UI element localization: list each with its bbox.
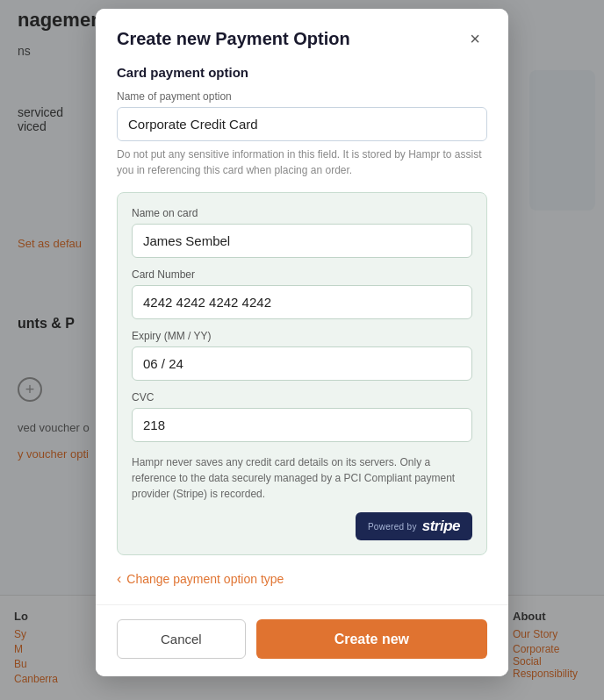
cancel-button[interactable]: Cancel [117, 619, 246, 659]
card-section: Name on card Card Number Expiry (MM / YY… [117, 192, 487, 555]
modal-footer: Cancel Create new [96, 604, 508, 676]
create-payment-modal: Create new Payment Option × Card payment… [96, 9, 508, 676]
change-payment-type-link[interactable]: ‹ Change payment option type [117, 571, 487, 587]
stripe-badge: Powered by stripe [132, 512, 472, 540]
change-payment-label: Change payment option type [126, 572, 284, 586]
name-on-card-field: Name on card [132, 207, 472, 258]
modal-title: Create new Payment Option [117, 29, 350, 49]
cvc-field: CVC [132, 391, 472, 442]
cvc-label: CVC [132, 391, 472, 404]
card-number-input[interactable] [132, 285, 472, 319]
cvc-input[interactable] [132, 408, 472, 442]
expiry-label: Expiry (MM / YY) [132, 330, 472, 342]
modal-close-button[interactable]: × [463, 26, 487, 51]
name-on-card-input[interactable] [132, 224, 472, 258]
name-of-option-input[interactable] [117, 107, 487, 141]
card-payment-section-label: Card payment option [117, 65, 487, 80]
create-button[interactable]: Create new [256, 619, 487, 659]
card-number-field: Card Number [132, 268, 472, 319]
stripe-powered-label: Powered by [368, 522, 417, 532]
expiry-field: Expiry (MM / YY) [132, 330, 472, 381]
stripe-logo: stripe [422, 518, 460, 535]
card-number-label: Card Number [132, 268, 472, 281]
name-on-card-label: Name on card [132, 207, 472, 219]
modal-body: Card payment option Name of payment opti… [96, 65, 508, 604]
expiry-input[interactable] [132, 346, 472, 381]
chevron-left-icon: ‹ [117, 571, 121, 587]
stripe-badge-inner: Powered by stripe [356, 512, 472, 540]
modal-header: Create new Payment Option × [96, 9, 508, 65]
name-option-label: Name of payment option [117, 90, 487, 103]
name-helper-text: Do not put any sensitive information in … [117, 146, 487, 178]
card-notice-text: Hampr never saves any credit card detail… [132, 454, 472, 502]
